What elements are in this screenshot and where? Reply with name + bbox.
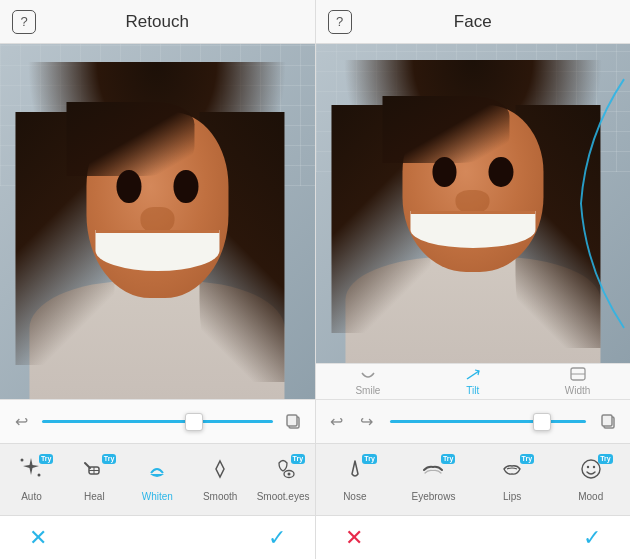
lips-try-badge: Try [520, 454, 535, 464]
tool-smooth-eyes[interactable]: Try Smoot.eyes [252, 444, 315, 515]
retouch-panel: ↩ Try Auto [0, 44, 315, 515]
mood-label: Mood [578, 491, 603, 503]
face-slider-thumb[interactable] [533, 413, 551, 431]
face-tab-smile[interactable]: Smile [316, 364, 421, 400]
auto-label: Auto [21, 491, 42, 503]
face-slider-bar: ↩ ↪ [316, 399, 631, 443]
person-right [331, 60, 614, 363]
retouch-title: Retouch [126, 12, 189, 32]
tool-eyebrows[interactable]: Try Eyebrows [394, 444, 473, 515]
face-panel-header: ? Face [315, 0, 631, 43]
copy-icon [285, 413, 303, 431]
tool-lips-icon-wrap: Try [494, 456, 530, 488]
bottom-bar: ✕ ✓ ✕ ✓ [0, 515, 630, 559]
nose-label: Nose [343, 491, 366, 503]
face-tab-tilt[interactable]: Tilt [420, 364, 525, 400]
main-content: ↩ Try Auto [0, 44, 630, 515]
face-copy-button[interactable] [596, 409, 622, 435]
retouch-confirm-button[interactable]: ✓ [259, 520, 295, 556]
tool-smooth-eyes-icon-wrap: Try [265, 456, 301, 488]
svg-point-18 [592, 466, 594, 468]
svg-rect-1 [287, 415, 297, 426]
retouch-tool-row: Try Auto Try [0, 443, 315, 515]
svg-point-3 [38, 474, 41, 477]
tool-auto[interactable]: Try Auto [0, 444, 63, 515]
smile-tab-label: Smile [355, 385, 380, 396]
face-title: Face [454, 12, 492, 32]
face-confirm-button[interactable]: ✓ [574, 520, 610, 556]
face-bottom-actions: ✕ ✓ [315, 516, 631, 559]
svg-point-17 [586, 466, 588, 468]
smooth-label: Smooth [203, 491, 237, 503]
face-tab-width[interactable]: Width [525, 364, 630, 400]
retouch-portrait [0, 44, 315, 399]
width-tab-label: Width [565, 385, 591, 396]
tool-lips[interactable]: Try Lips [473, 444, 552, 515]
tool-heal[interactable]: Try Heal [63, 444, 126, 515]
tilt-tab-icon [465, 368, 481, 384]
smooth-eyes-label: Smoot.eyes [257, 491, 310, 503]
svg-line-11 [467, 371, 479, 379]
face-redo-button[interactable]: ↪ [354, 409, 380, 435]
eyebrows-try-badge: Try [441, 454, 456, 464]
retouch-help-button[interactable]: ? [12, 10, 36, 34]
svg-point-16 [582, 460, 600, 478]
heal-try-badge: Try [102, 454, 117, 464]
face-tool-row: Try Nose Try Eyebrows [316, 443, 631, 515]
smooth-eyes-try-badge: Try [291, 454, 306, 464]
tool-mood-icon-wrap: Try [573, 456, 609, 488]
svg-point-10 [288, 473, 291, 476]
retouch-slider-bar: ↩ [0, 399, 315, 443]
tool-whiten[interactable]: Whiten [126, 444, 189, 515]
tool-nose-icon-wrap: Try [337, 456, 373, 488]
tool-heal-icon-wrap: Try [76, 456, 112, 488]
tool-whiten-icon-wrap [139, 456, 175, 488]
face-portrait [316, 44, 631, 363]
tool-nose[interactable]: Try Nose [316, 444, 395, 515]
lips-label: Lips [503, 491, 521, 503]
person-left [16, 62, 299, 399]
tool-smooth-icon-wrap [202, 456, 238, 488]
heal-label: Heal [84, 491, 105, 503]
tool-auto-icon-wrap: Try [13, 456, 49, 488]
face-copy-icon [600, 413, 618, 431]
retouch-copy-button[interactable] [281, 409, 307, 435]
face-help-button[interactable]: ? [328, 10, 352, 34]
face-panel: Smile Tilt Width [315, 44, 631, 515]
face-slider-track[interactable] [390, 420, 587, 423]
nose-try-badge: Try [362, 454, 377, 464]
face-cancel-button[interactable]: ✕ [336, 520, 372, 556]
smile-tab-icon [360, 368, 376, 384]
retouch-slider-thumb[interactable] [185, 413, 203, 431]
svg-rect-15 [602, 415, 612, 426]
retouch-cancel-button[interactable]: ✕ [20, 520, 56, 556]
svg-marker-8 [216, 461, 224, 477]
whiten-icon [143, 455, 171, 489]
face-undo-button[interactable]: ↩ [324, 409, 350, 435]
smooth-icon [206, 455, 234, 489]
tool-mood[interactable]: Try Mood [551, 444, 630, 515]
auto-try-badge: Try [39, 454, 54, 464]
whiten-label: Whiten [142, 491, 173, 503]
tool-eyebrows-icon-wrap: Try [415, 456, 451, 488]
retouch-undo-button[interactable]: ↩ [8, 409, 34, 435]
face-tabs-row: Smile Tilt Width [316, 363, 631, 399]
tool-smooth[interactable]: Smooth [189, 444, 252, 515]
retouch-image-area[interactable] [0, 44, 315, 399]
tilt-tab-label: Tilt [466, 385, 479, 396]
width-tab-icon [570, 367, 586, 384]
top-bar: ? Retouch ? Face [0, 0, 630, 44]
face-image-area[interactable] [316, 44, 631, 363]
svg-line-7 [85, 463, 90, 468]
retouch-panel-header: ? Retouch [0, 0, 315, 43]
retouch-slider-track[interactable] [42, 420, 273, 423]
eyebrows-label: Eyebrows [411, 491, 455, 503]
mood-try-badge: Try [598, 454, 613, 464]
svg-point-2 [21, 459, 24, 462]
retouch-bottom-actions: ✕ ✓ [0, 516, 315, 559]
